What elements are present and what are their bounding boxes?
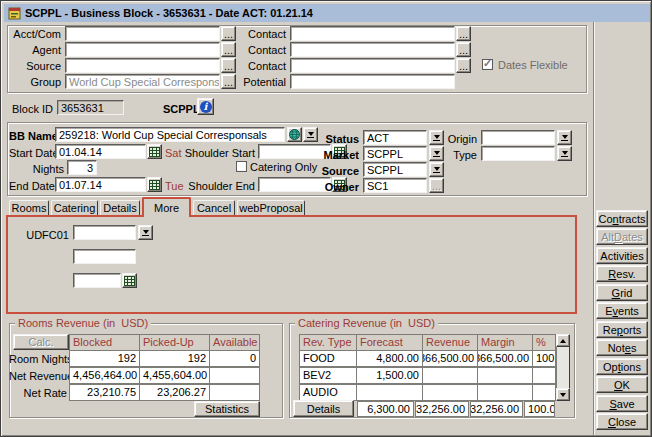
rooms-revenue-title: Rooms Revenue (in USD)	[15, 317, 151, 330]
type-label: Type	[446, 148, 477, 162]
property-info-button[interactable]: i	[197, 98, 214, 115]
agent-lookup-button[interactable]: ...	[221, 42, 236, 57]
rooms-row-label: Room Nights	[9, 352, 67, 366]
cat-cell[interactable]	[477, 367, 533, 384]
nights-field[interactable]: 3	[67, 160, 97, 175]
bb-source-field[interactable]: SCPPL	[363, 162, 427, 177]
scrollbar-track[interactable]	[556, 347, 570, 388]
cat-cell[interactable]: 100	[532, 350, 556, 367]
contact2-field[interactable]	[290, 42, 455, 57]
chevron-down-icon	[434, 135, 440, 139]
contact2-lookup-button[interactable]: ...	[456, 42, 471, 57]
chevron-down-icon	[143, 230, 149, 234]
origin-field[interactable]	[481, 130, 555, 145]
origin-list-button[interactable]	[557, 130, 572, 145]
cat-cell[interactable]	[532, 367, 556, 384]
udf-date-calendar-button[interactable]	[122, 273, 137, 288]
catering-only-checkbox[interactable]	[236, 161, 247, 172]
bb-name-globe-button[interactable]	[287, 127, 302, 142]
rooms-cell: 23,206.27	[139, 384, 210, 401]
acct-com-lookup-button[interactable]: ...	[221, 26, 236, 41]
group-field[interactable]: World Cup Special Corresponsals	[65, 74, 220, 89]
block-id-label: Block ID	[9, 102, 53, 116]
cat-cell-type[interactable]: FOOD	[299, 350, 357, 367]
cat-cell[interactable]	[422, 384, 478, 401]
potential-field[interactable]	[290, 74, 455, 89]
udf-text-field[interactable]	[73, 249, 136, 264]
rooms-cell	[209, 367, 260, 384]
udfc01-list-button[interactable]	[138, 225, 153, 240]
ok-button[interactable]: OK	[596, 376, 648, 393]
cat-cell[interactable]: 4,800.00	[356, 350, 423, 367]
agent-field[interactable]	[65, 42, 220, 57]
grid-button[interactable]: Grid	[596, 284, 648, 301]
cat-cell[interactable]: 3,866,500.00	[422, 350, 478, 367]
contact3-field[interactable]	[290, 58, 455, 73]
details-button[interactable]: Details	[293, 400, 354, 417]
contact3-lookup-button[interactable]: ...	[456, 58, 471, 73]
udf-date-field[interactable]	[73, 273, 121, 288]
contracts-button[interactable]: Contracts	[596, 210, 648, 227]
statistics-button[interactable]: Statistics	[194, 401, 260, 417]
source-field[interactable]	[65, 58, 220, 73]
cat-cell[interactable]: 1,500.00	[356, 367, 423, 384]
market-field[interactable]: SCPPL	[363, 146, 427, 161]
options-button[interactable]: Options	[596, 358, 648, 375]
owner-lookup-button[interactable]: ...	[429, 178, 444, 193]
bb-name-label: BB Name	[9, 129, 52, 143]
udfc01-field[interactable]	[73, 225, 136, 240]
type-field[interactable]	[481, 146, 555, 161]
acct-com-field[interactable]	[65, 26, 220, 41]
activities-button[interactable]: Activities	[596, 247, 648, 264]
alt-dates-button[interactable]: Alt Dates	[596, 228, 648, 245]
contact1-field[interactable]	[290, 26, 455, 41]
cat-cell-type[interactable]: BEV2	[299, 367, 357, 384]
calendar-icon	[149, 147, 160, 157]
cat-cell[interactable]	[532, 384, 556, 401]
notes-button[interactable]: Notes	[596, 339, 648, 356]
tab-webproposal[interactable]: webProposal	[237, 200, 305, 216]
chevron-down-icon	[562, 151, 568, 155]
cat-cell-type[interactable]: AUDIO	[299, 384, 357, 401]
save-button[interactable]: Save	[596, 395, 648, 412]
status-field[interactable]: ACT	[363, 130, 427, 145]
business-block-window: SCPPL - Business Block - 3653631 - Date …	[0, 0, 652, 437]
start-date-calendar-button[interactable]	[147, 144, 162, 159]
group-lookup-button[interactable]: ...	[221, 74, 236, 89]
start-date-field[interactable]: 01.04.14	[55, 144, 146, 159]
tab-more[interactable]: More	[142, 197, 191, 217]
contact1-lookup-button[interactable]: ...	[456, 26, 471, 41]
dates-flexible-checkbox[interactable]	[482, 59, 493, 70]
scrollbar-down-button[interactable]	[556, 388, 570, 401]
owner-field[interactable]: SC1	[363, 178, 427, 193]
chevron-down-icon	[308, 132, 314, 136]
scrollbar-up-button[interactable]	[556, 334, 570, 347]
events-button[interactable]: Events	[596, 302, 648, 319]
bb-name-list-button[interactable]	[303, 127, 318, 142]
source-lookup-button[interactable]: ...	[221, 58, 236, 73]
tab-details[interactable]: Details	[100, 200, 140, 216]
end-date-field[interactable]: 01.07.14	[55, 177, 146, 192]
tab-catering[interactable]: Catering	[51, 200, 98, 216]
cat-cell[interactable]	[422, 367, 478, 384]
market-list-button[interactable]	[429, 146, 444, 161]
resv-button[interactable]: Resv.	[596, 265, 648, 282]
end-date-calendar-button[interactable]	[147, 177, 162, 192]
arrow-down-icon	[560, 393, 566, 397]
tab-rooms[interactable]: Rooms	[9, 200, 49, 216]
bb-name-field[interactable]: 259218: World Cup Special Corresponsals	[55, 127, 285, 142]
close-button[interactable]: Close	[596, 413, 648, 430]
calc-button[interactable]: Calc.	[13, 334, 69, 350]
cat-cell[interactable]: 3,866,500.00	[477, 350, 533, 367]
market-label: Market	[319, 148, 359, 162]
type-list-button[interactable]	[557, 146, 572, 161]
calendar-icon	[124, 276, 135, 286]
status-list-button[interactable]	[429, 130, 444, 145]
info-icon: i	[200, 101, 212, 113]
reports-button[interactable]: Reports	[596, 321, 648, 338]
block-id-field: 3653631	[57, 100, 124, 115]
tab-cancel[interactable]: Cancel	[193, 200, 235, 216]
cat-cell[interactable]	[356, 384, 423, 401]
cat-cell[interactable]	[477, 384, 533, 401]
bb-source-list-button[interactable]	[429, 162, 444, 177]
